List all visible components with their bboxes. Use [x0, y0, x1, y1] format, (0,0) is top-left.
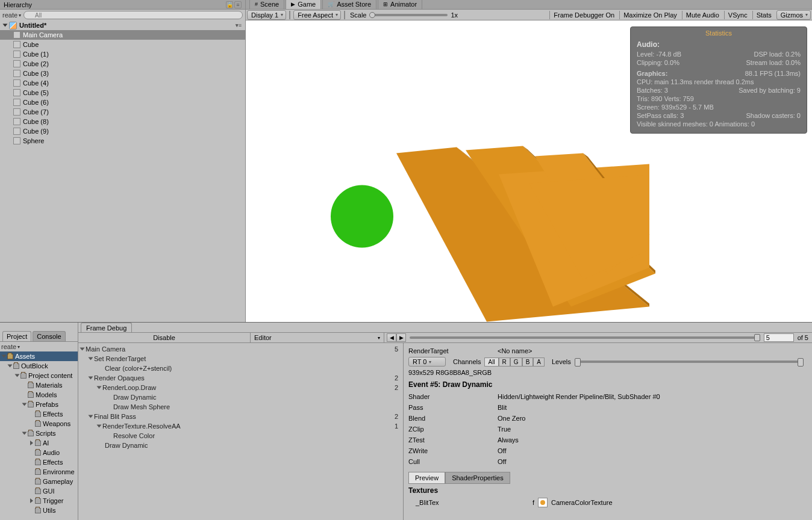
channel-g[interactable]: G [510, 358, 522, 367]
project-folder[interactable]: Trigger [0, 496, 78, 506]
project-folder[interactable]: Materials [0, 380, 78, 390]
hierarchy-item[interactable]: Cube (8) [0, 117, 245, 126]
project-folder[interactable]: Environme [0, 467, 78, 477]
tab-console[interactable]: Console [33, 331, 65, 341]
frame-debug-tree: Main Camera5Set RenderTargetClear (color… [78, 343, 404, 520]
frame-total: of 5 [794, 334, 812, 341]
tab-preview[interactable]: Preview [408, 472, 445, 484]
levels-slider[interactable] [575, 361, 804, 363]
fd-tree-item[interactable]: Draw Dynamic [78, 392, 403, 402]
game-tabs: #Scene▶Game🛒Asset Store⊞Animator [246, 0, 812, 10]
project-folder[interactable]: Weapons [0, 419, 78, 429]
vsync-toggle[interactable]: VSync [724, 11, 751, 19]
hierarchy-item[interactable]: Sphere [0, 136, 245, 146]
texture-value[interactable]: CameraColorTexture [551, 499, 612, 506]
svg-point-8 [331, 185, 393, 248]
texture-name: _BlitTex [408, 499, 532, 506]
tab-frame-debug[interactable]: Frame Debug [81, 323, 132, 332]
event-title: Event #5: Draw Dynamic [408, 380, 807, 389]
project-folder[interactable]: GUI [0, 486, 78, 496]
frame-input[interactable] [764, 333, 794, 342]
project-folder[interactable]: Effects [0, 457, 78, 467]
scale-slider[interactable] [369, 14, 448, 16]
frame-slider[interactable] [410, 336, 760, 339]
next-button[interactable]: ▶ [396, 333, 406, 342]
frame-debugger-toggle[interactable]: Frame Debugger On [549, 11, 618, 19]
channel-b[interactable]: B [522, 358, 534, 367]
channel-all[interactable]: All [484, 358, 498, 367]
channel-r[interactable]: R [499, 358, 510, 367]
hierarchy-item[interactable]: Cube [0, 40, 245, 49]
tab-shaderprops[interactable]: ShaderProperties [445, 472, 510, 484]
create-dropdown[interactable]: reate [2, 11, 21, 19]
hierarchy-item[interactable]: Cube (7) [0, 107, 245, 117]
project-folder[interactable]: Prefabs [0, 400, 78, 409]
project-folder[interactable]: Project content [0, 371, 78, 380]
game-toolbar: Display 1 Free Aspect Scale 1x Frame Deb… [246, 10, 812, 20]
fd-tree-item[interactable]: RenderLoop.Draw2 [78, 383, 403, 392]
tab-game[interactable]: ▶Game [286, 0, 321, 9]
lock-icon[interactable]: 🔒 [226, 1, 233, 8]
hierarchy-list: Main CameraCubeCube (1)Cube (2)Cube (3)C… [0, 30, 245, 146]
scene-name[interactable]: Untitled* [19, 22, 46, 29]
fd-tree-item[interactable]: Draw Dynamic [78, 441, 403, 450]
project-create-dropdown[interactable]: reate [0, 342, 78, 351]
audio-header: Audio: [637, 40, 660, 49]
editor-dropdown[interactable]: Editor [251, 333, 384, 342]
tab-scene[interactable]: #Scene [249, 0, 284, 9]
maximize-toggle[interactable]: Maximize On Play [619, 11, 681, 19]
menu-icon[interactable]: ≡ [234, 1, 242, 8]
hierarchy-item[interactable]: Cube (1) [0, 49, 245, 59]
channel-a[interactable]: A [533, 358, 545, 367]
hierarchy-item[interactable]: Cube (9) [0, 126, 245, 136]
graphics-header: Graphics: [637, 69, 667, 78]
project-folder[interactable]: Effects [0, 409, 78, 419]
scene-menu-icon[interactable]: ▾≡ [236, 22, 242, 28]
mute-toggle[interactable]: Mute Audio [682, 11, 723, 19]
textures-header: Textures [408, 486, 807, 495]
hierarchy-item[interactable]: Cube (5) [0, 88, 245, 98]
disable-button[interactable]: Disable [78, 333, 251, 342]
fd-tree-item[interactable]: RenderTexture.ResolveAA1 [78, 421, 403, 431]
rt-dropdown[interactable]: RT 0 [408, 357, 446, 367]
tab-animator[interactable]: ⊞Animator [378, 0, 422, 9]
project-folder[interactable]: Gameplay [0, 477, 78, 486]
fd-tree-item[interactable]: Draw Mesh Sphere [78, 402, 403, 412]
fd-tree-item[interactable]: Render Opaques2 [78, 373, 403, 383]
prev-button[interactable]: ◀ [387, 333, 396, 342]
texture-icon[interactable] [538, 498, 548, 507]
stats-toggle[interactable]: Stats [752, 11, 775, 19]
project-folder[interactable]: Models [0, 390, 78, 400]
aspect-dropdown[interactable]: Free Aspect [293, 10, 341, 20]
display-dropdown[interactable]: Display 1 [247, 10, 286, 20]
fd-tree-item[interactable]: Clear (color+Z+stencil) [78, 364, 403, 373]
tab-asset-store[interactable]: 🛒Asset Store [322, 0, 376, 9]
hierarchy-item[interactable]: Cube (4) [0, 78, 245, 88]
unity-logo-icon [9, 22, 17, 29]
fd-tree-item[interactable]: Main Camera5 [78, 344, 403, 354]
hierarchy-item[interactable]: Cube (2) [0, 59, 245, 69]
project-folder[interactable]: OutBlock [0, 361, 78, 371]
hierarchy-title: Hierarchy [4, 1, 32, 8]
project-folder[interactable]: Audio [0, 448, 78, 457]
search-input[interactable] [23, 11, 243, 19]
project-folder[interactable]: Utils [0, 506, 78, 515]
gizmos-dropdown[interactable]: Gizmos [776, 10, 811, 20]
hierarchy-panel: Hierarchy 🔒≡ reate Untitled*▾≡ Main Came… [0, 0, 246, 322]
hierarchy-item[interactable]: Cube (6) [0, 98, 245, 107]
assets-root[interactable]: Assets [0, 351, 78, 361]
stats-title: Statistics [631, 27, 807, 39]
scale-value: 1x [449, 11, 460, 19]
project-folder[interactable]: Scripts [0, 429, 78, 438]
project-tree: OutBlockProject contentMaterialsModelsPr… [0, 361, 78, 515]
fd-tree-item[interactable]: Set RenderTarget [78, 354, 403, 364]
statistics-overlay: Statistics Audio: Level: -74.8 dBDSP loa… [630, 26, 807, 134]
fd-tree-item[interactable]: Final Blit Pass2 [78, 412, 403, 421]
hierarchy-item[interactable]: Main Camera [0, 30, 245, 40]
game-view: Statistics Audio: Level: -74.8 dBDSP loa… [246, 20, 812, 322]
tab-project[interactable]: Project [2, 331, 31, 341]
hierarchy-item[interactable]: Cube (3) [0, 69, 245, 78]
project-folder[interactable]: AI [0, 438, 78, 448]
channel-buttons: AllRGBA [484, 358, 544, 367]
fd-tree-item[interactable]: Resolve Color [78, 431, 403, 441]
